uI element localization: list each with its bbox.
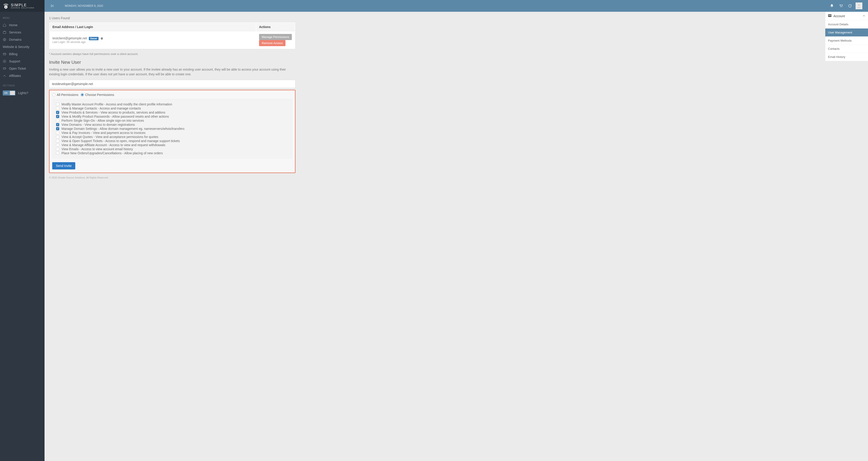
permission-row: View & Modify Product Passwords - Allow … — [56, 114, 288, 118]
sidebar: S SIMPLE SOURCE SOLUTIONS MENU HomeServi… — [0, 0, 44, 461]
permission-row: Modify Master Account Profile - Access a… — [56, 102, 288, 106]
permissions-section: All Permissions Choose Permissions Modif… — [49, 90, 296, 173]
permission-checkbox[interactable] — [56, 139, 59, 143]
account-panel-item-payment-methods[interactable]: Payment Methods — [825, 37, 868, 45]
permission-row: View Emails - Access to view account ema… — [56, 147, 288, 151]
permission-row: Manage Domain Settings - Allow domain ma… — [56, 127, 288, 131]
svg-point-12 — [829, 15, 830, 16]
invite-email-input[interactable] — [49, 80, 296, 88]
permission-checkbox[interactable] — [56, 103, 59, 106]
sidebar-item-domains[interactable]: Domains› — [0, 36, 44, 43]
permission-row: View & Manage Contacts - Access and mana… — [56, 106, 288, 110]
svg-rect-13 — [830, 15, 831, 15]
logo[interactable]: S SIMPLE SOURCE SOLUTIONS — [0, 0, 44, 12]
svg-rect-14 — [830, 16, 831, 16]
svg-rect-2 — [3, 31, 6, 33]
account-panel-title: Account — [833, 14, 845, 18]
topbar: MONDAY, NOVEMBER 9, 2020 — [44, 0, 868, 12]
account-panel: Account Account DetailsUser ManagementPa… — [825, 12, 868, 61]
sidebar-item-services[interactable]: Services› — [0, 29, 44, 36]
chevron-right-icon: › — [41, 38, 42, 41]
collapse-icon — [51, 4, 54, 8]
permission-label: Place New Orders/Upgrades/Cancellations … — [61, 151, 163, 155]
menu-icon — [3, 52, 6, 56]
permission-checkbox[interactable] — [56, 115, 59, 118]
permission-row: View & Open Support Tickets - Access to … — [56, 139, 288, 143]
sidebar-item-home[interactable]: Home — [0, 22, 44, 29]
sidebar-item-label: Affiliates — [9, 74, 42, 78]
settings-header: SETTINGS — [0, 79, 44, 89]
sidebar-item-affiliates[interactable]: Affiliates — [0, 72, 44, 79]
menu-icon — [3, 38, 6, 41]
owners-footnote: * Account owners always have full permis… — [49, 52, 296, 56]
permission-checkbox[interactable] — [56, 143, 59, 147]
svg-rect-7 — [3, 68, 6, 69]
svg-point-9 — [842, 7, 842, 7]
account-panel-item-account-details[interactable]: Account Details — [825, 20, 868, 29]
permission-label: View & Pay Invoices - View and payment a… — [61, 131, 145, 135]
user-icon — [857, 3, 862, 8]
permission-label: View & Open Support Tickets - Access to … — [61, 139, 180, 143]
manage-permissions-button[interactable]: Manage Permissions — [259, 34, 292, 40]
permission-checkbox[interactable] — [56, 135, 59, 139]
invite-description: Inviting a new user allows you to invite… — [49, 67, 296, 77]
collapse-sidebar-button[interactable] — [49, 4, 56, 8]
refresh-button[interactable] — [845, 1, 855, 10]
remove-access-button[interactable]: Remove Access — [259, 40, 285, 46]
col-email: Email Address / Last Login — [50, 23, 256, 31]
sidebar-item-label: Billing — [9, 52, 38, 56]
account-panel-item-contacts[interactable]: Contacts — [825, 45, 868, 53]
permission-checkbox[interactable] — [56, 119, 59, 122]
menu-icon — [3, 67, 6, 70]
cart-button[interactable] — [836, 1, 845, 10]
permission-checkbox[interactable] — [56, 147, 59, 151]
permission-label: View & Manage Contacts - Access and mana… — [61, 107, 141, 110]
id-card-icon — [828, 14, 832, 18]
permission-checkbox[interactable] — [56, 131, 59, 134]
permission-label: View & Manage Affiliate Account - Access… — [61, 143, 165, 147]
menu-icon — [3, 74, 6, 78]
sidebar-item-billing[interactable]: Billing› — [0, 51, 44, 58]
permission-checkbox[interactable] — [56, 107, 59, 110]
lights-toggle[interactable]: ON — [3, 90, 16, 95]
permission-label: View Domains - View access to domain reg… — [61, 123, 135, 126]
permission-checkbox[interactable] — [56, 127, 59, 130]
account-panel-item-user-management[interactable]: User Management — [825, 29, 868, 37]
notifications-button[interactable] — [827, 1, 836, 10]
permission-row: View & Pay Invoices - View and payment a… — [56, 131, 288, 135]
radio-all-permissions[interactable]: All Permissions — [52, 93, 79, 96]
avatar — [856, 2, 862, 9]
svg-point-6 — [4, 61, 5, 62]
last-login: Last Login: 35 seconds ago — [53, 40, 253, 44]
permission-row: View Products & Services - View access t… — [56, 110, 288, 114]
menu-icon — [3, 31, 6, 34]
users-found-text: 1 Users Found — [49, 16, 296, 20]
permission-label: View & Modify Product Passwords - Allow … — [61, 115, 169, 118]
svg-point-5 — [3, 60, 6, 63]
sidebar-item-label: Open Ticket — [9, 67, 42, 70]
permission-checkbox[interactable] — [56, 151, 59, 155]
profile-button[interactable] — [855, 1, 864, 10]
send-invite-button[interactable]: Send Invite — [52, 162, 75, 169]
sidebar-item-website-security[interactable]: Website & Security› — [0, 43, 44, 51]
account-panel-header[interactable]: Account — [825, 12, 868, 20]
account-panel-item-email-history[interactable]: Email History — [825, 53, 868, 61]
permission-checkbox[interactable] — [56, 111, 59, 114]
logo-icon: S — [3, 3, 9, 9]
user-email: testclient@getsimple.net — [53, 36, 87, 40]
menu-icon — [3, 59, 6, 63]
sidebar-item-support[interactable]: Support› — [0, 58, 44, 65]
permission-checkbox[interactable] — [56, 123, 59, 126]
sidebar-item-label: Services — [9, 31, 38, 34]
radio-icon — [81, 93, 84, 96]
brand-name: SIMPLE — [11, 3, 34, 7]
sidebar-item-open-ticket[interactable]: Open Ticket — [0, 65, 44, 72]
permission-label: Modify Master Account Profile - Access a… — [61, 103, 172, 106]
menu-icon — [3, 23, 6, 27]
radio-choose-permissions[interactable]: Choose Permissions — [81, 93, 114, 96]
permission-label: View & Accept Quotes - View and acceptan… — [61, 135, 158, 139]
svg-point-10 — [858, 4, 860, 6]
current-date: MONDAY, NOVEMBER 9, 2020 — [65, 4, 103, 7]
chevron-up-icon — [863, 14, 865, 18]
bell-icon — [830, 4, 834, 8]
